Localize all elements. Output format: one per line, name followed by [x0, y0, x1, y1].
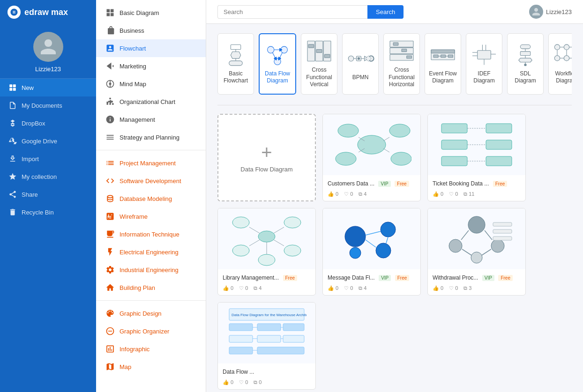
menu-section-2: Project Management Software Development … [96, 154, 206, 296]
diagram-card-message-data-flow[interactable]: Message Data Fl... VIP Free 👍 0 ♡ 0 ⧉ 4 [322, 208, 421, 296]
svg-point-58 [554, 44, 560, 50]
diagram-card-ticket-booking[interactable]: Ticket Booking Data ... Free 👍 0 ♡ 0 ⧉ 1… [427, 114, 526, 201]
menu-item-software-dev-label: Software Development [120, 178, 181, 185]
sidebar: edraw max Lizzie123 New My Documents Dro… [0, 0, 96, 392]
tag-vip-withdrawal: VIP [482, 275, 494, 281]
diagram-stats-customers: 👍 0 ♡ 0 ⧉ 4 [323, 189, 420, 201]
svg-rect-18 [323, 41, 331, 61]
stat-copies-withdrawal: ⧉ 3 [463, 285, 471, 291]
diagram-thumb-withdrawal [428, 208, 525, 269]
template-card-event-flow[interactable]: Event Flow Diagram [425, 33, 461, 95]
search-box: Search [217, 5, 404, 19]
menu-item-graphic-design-label: Graphic Design [120, 310, 162, 317]
template-card-bpmn[interactable]: BPMN [342, 33, 379, 95]
template-card-cross-functional-vertical[interactable]: Cross Functional Vertical [301, 33, 337, 95]
sidebar-item-dropbox[interactable]: DropBox [0, 114, 96, 132]
menu-item-graphic-organizer[interactable]: Graphic Organizer [96, 322, 206, 340]
svg-line-97 [249, 240, 260, 246]
menu-item-graphic-design[interactable]: Graphic Design [96, 304, 206, 322]
sidebar-item-google-drive[interactable]: Google Drive [0, 132, 96, 150]
sidebar-item-recycle-bin[interactable]: Recycle Bin [0, 203, 96, 221]
middle-panel: Basic Diagram Business Flowchart Marketi… [96, 0, 206, 392]
diagram-card-withdrawal[interactable]: Withdrawal Proc... VIP Free 👍 0 ♡ 0 ⧉ 3 [427, 208, 526, 296]
menu-item-industrial-eng[interactable]: Industrial Engineering [96, 261, 206, 279]
menu-item-basic-diagram[interactable]: Basic Diagram [96, 4, 206, 22]
new-card-label: Data Flow Diagram [240, 166, 292, 173]
diagram-info-library: Library Management... Free [218, 269, 315, 283]
svg-rect-34 [393, 43, 398, 45]
svg-rect-51 [520, 44, 530, 49]
svg-point-108 [468, 216, 485, 233]
sidebar-item-my-documents[interactable]: My Documents [0, 96, 96, 114]
template-card-cf-horizontal[interactable]: Cross Functional Horizontal [383, 33, 420, 95]
svg-point-101 [381, 222, 396, 237]
template-idef-label: IDEF Diagram [470, 70, 498, 85]
svg-line-105 [366, 240, 376, 247]
brand-name: edraw max [24, 7, 68, 17]
diagram-card-customers-data[interactable]: Customers Data ... VIP Free 👍 0 ♡ 0 ⧉ 4 [322, 114, 421, 201]
stat-copies-warehouse: ⧉ 0 [254, 379, 262, 385]
svg-line-104 [366, 231, 381, 235]
sidebar-item-new[interactable]: New [0, 79, 96, 96]
topbar-username: Lizzie123 [546, 8, 572, 15]
svg-rect-126 [283, 335, 304, 342]
template-cf-horizontal-label: Cross Functional Horizontal [388, 67, 416, 89]
template-card-idef[interactable]: IDEF Diagram [466, 33, 502, 95]
menu-item-map[interactable]: Map [96, 358, 206, 376]
menu-item-project-management[interactable]: Project Management [96, 154, 206, 172]
template-card-sdl[interactable]: SDL Diagram [507, 33, 544, 95]
menu-item-info-technique[interactable]: Information Technique [96, 225, 206, 243]
template-sdl-label: SDL Diagram [511, 70, 539, 85]
menu-item-infographic[interactable]: Infographic [96, 340, 206, 358]
diagram-card-warehouse[interactable]: Data Flow Diagram for the Warehouse Arch… [217, 302, 316, 390]
template-card-workflow[interactable]: Workflow Diagram [548, 33, 572, 95]
diagram-card-library-management[interactable]: Library Management... Free 👍 0 ♡ 0 ⧉ 4 [217, 208, 316, 296]
section-content: Basic Flowchart Data Flow Diagram [206, 24, 583, 392]
diagram-thumb-library [218, 208, 315, 269]
stat-likes-warehouse: 👍 0 [223, 379, 233, 385]
diagram-info-warehouse: Data Flow ... [218, 363, 315, 377]
menu-item-wireframe[interactable]: Wireframe [96, 207, 206, 225]
search-input[interactable] [217, 5, 367, 19]
search-button[interactable]: Search [367, 5, 404, 19]
svg-rect-123 [283, 324, 304, 331]
sidebar-item-import[interactable]: Import [0, 150, 96, 168]
diagram-stats-message: 👍 0 ♡ 0 ⧉ 4 [323, 283, 420, 295]
svg-rect-122 [257, 324, 281, 331]
menu-item-graphic-organizer-label: Graphic Organizer [120, 328, 169, 335]
menu-item-management[interactable]: Management [96, 111, 206, 128]
sidebar-item-my-documents-label: My Documents [22, 102, 62, 109]
menu-item-strategy[interactable]: Strategy and Planning [96, 128, 206, 146]
template-card-basic-flowchart[interactable]: Basic Flowchart [217, 33, 254, 95]
sidebar-item-share[interactable]: Share [0, 185, 96, 203]
svg-point-89 [258, 231, 275, 242]
menu-item-software-dev[interactable]: Software Development [96, 172, 206, 190]
svg-rect-40 [441, 55, 446, 58]
menu-item-business[interactable]: Business [96, 22, 206, 39]
svg-point-62 [564, 55, 569, 60]
menu-item-org-chart[interactable]: Organizational Chart [96, 93, 206, 111]
svg-line-115 [482, 249, 491, 255]
svg-rect-20 [316, 49, 321, 52]
svg-line-15 [279, 52, 283, 59]
template-card-data-flow-diagram[interactable]: Data Flow Diagram [259, 33, 296, 95]
diagram-card-new[interactable]: + Data Flow Diagram [217, 114, 316, 201]
menu-item-building-plan[interactable]: Building Plan [96, 279, 206, 296]
stat-hearts-library: ♡ 0 [239, 285, 248, 291]
menu-item-electrical-eng[interactable]: Electrical Engineering [96, 243, 206, 261]
menu-item-flowchart[interactable]: Flowchart [96, 39, 206, 57]
diagram-info-customers: Customers Data ... VIP Free [323, 175, 420, 189]
stat-hearts-ticket: ♡ 0 [449, 191, 458, 197]
tag-free-customers: Free [395, 181, 409, 187]
menu-item-marketing[interactable]: Marketing [96, 57, 206, 75]
sidebar-item-my-collection[interactable]: My collection [0, 168, 96, 185]
svg-line-79 [383, 148, 389, 152]
menu-item-industrial-eng-label: Industrial Engineering [120, 266, 179, 274]
svg-line-77 [383, 137, 389, 141]
menu-item-mind-map[interactable]: Mind Map [96, 75, 206, 93]
menu-item-electrical-eng-label: Electrical Engineering [120, 249, 179, 256]
menu-item-database-modeling[interactable]: Database Modeling [96, 190, 206, 207]
sidebar-item-import-label: Import [22, 155, 39, 163]
stat-hearts-customers: ♡ 0 [344, 191, 353, 197]
tag-vip-message: VIP [379, 275, 391, 281]
